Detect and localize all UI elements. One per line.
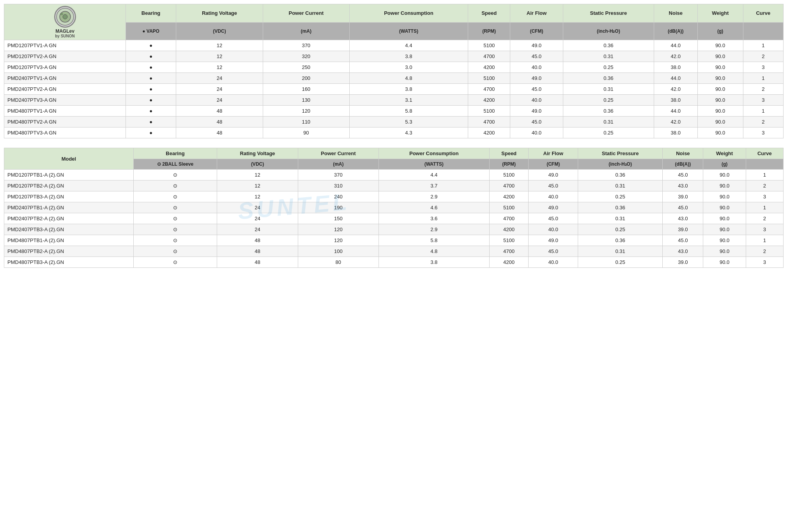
speed-cell: 5100 <box>468 73 510 84</box>
speed-cell: 4200 <box>468 62 510 73</box>
speed-cell: 5100 <box>489 170 529 180</box>
speed-cell: 5100 <box>489 235 529 246</box>
table-row: PMD4807PTB1-A (2).GN ⊙ 48 120 5.8 5100 4… <box>4 235 784 246</box>
table-row: PMD2407PTV2-A GN ● 24 160 3.8 4700 45.0 … <box>4 84 784 95</box>
model-cell: PMD4807PTV1-A GN <box>4 106 126 117</box>
model-cell: PMD1207PTB2-A (2).GN <box>4 180 134 191</box>
bearing-type2-cell: ⊙ 2BALL Sleeve <box>133 159 217 170</box>
watts-unit: (WATTS) <box>349 22 468 40</box>
weight-cell: 90.0 <box>703 180 746 191</box>
table-row: PMD2407PTB2-A (2).GN ⊙ 24 150 3.6 4700 4… <box>4 213 784 224</box>
weight-header2: Weight <box>703 148 746 159</box>
air-flow-header2: Air Flow <box>529 148 578 159</box>
current-cell: 120 <box>298 224 379 235</box>
pressure-cell: 0.31 <box>563 117 654 127</box>
bearing-cell: ⊙ <box>133 213 217 224</box>
noise-cell: 43.0 <box>663 213 703 224</box>
speed-cell: 4200 <box>468 127 510 138</box>
current-cell: 190 <box>298 202 379 213</box>
logo-outer <box>54 6 76 28</box>
bearing-cell: ● <box>126 95 176 106</box>
airflow-cell: 45.0 <box>529 246 578 257</box>
airflow-cell: 45.0 <box>529 213 578 224</box>
logo-box: MAGLev by SUNON <box>54 6 76 38</box>
noise-cell: 38.0 <box>654 95 697 106</box>
model-cell: PMD4807PTB2-A (2).GN <box>4 246 134 257</box>
pressure-cell: 0.25 <box>578 191 662 202</box>
static-pressure-header2: Static Pressure <box>578 148 662 159</box>
curve-cell: 1 <box>743 106 783 117</box>
airflow-cell: 40.0 <box>510 62 563 73</box>
current-cell: 160 <box>263 84 349 95</box>
noise-cell: 42.0 <box>654 117 697 127</box>
pressure-cell: 0.36 <box>578 202 662 213</box>
curve-cell: 1 <box>746 170 783 180</box>
voltage-cell: 12 <box>217 180 298 191</box>
current-cell: 90 <box>263 127 349 138</box>
watts-cell: 5.3 <box>349 117 468 127</box>
current-unit: (mA) <box>263 22 349 40</box>
model-cell: PMD4807PTV2-A GN <box>4 117 126 127</box>
bearing-cell: ⊙ <box>133 191 217 202</box>
model-cell: PMD2407PTV3-A GN <box>4 95 126 106</box>
bearing-cell: ⊙ <box>133 235 217 246</box>
model-header: Model <box>4 148 134 170</box>
bearing-cell: ⊙ <box>133 257 217 268</box>
curve-unit2-empty <box>746 159 783 170</box>
weight-cell: 90.0 <box>697 84 743 95</box>
pressure-cell: 0.36 <box>578 235 662 246</box>
bearing-cell: ⊙ <box>133 170 217 180</box>
watts-cell: 4.3 <box>349 127 468 138</box>
weight-cell: 90.0 <box>697 95 743 106</box>
table-section1: MAGLev by SUNON Bearing Rating Voltage P… <box>4 4 784 138</box>
cfm-unit2: (CFM) <box>529 159 578 170</box>
voltage-cell: 48 <box>176 127 263 138</box>
noise-header2: Noise <box>663 148 703 159</box>
power-consumption-header: Power Consumption <box>349 4 468 23</box>
pressure-cell: 0.36 <box>578 170 662 180</box>
pressure-cell: 0.25 <box>578 224 662 235</box>
section1-tbody: PMD1207PTV1-A GN ● 12 370 4.4 5100 49.0 … <box>4 40 784 138</box>
curve-cell: 3 <box>743 62 783 73</box>
curve-cell: 1 <box>743 73 783 84</box>
curve-cell: 1 <box>746 235 783 246</box>
curve-header2: Curve <box>746 148 783 159</box>
table-row: PMD2407PTV3-A GN ● 24 130 3.1 4200 40.0 … <box>4 95 784 106</box>
noise-cell: 38.0 <box>654 62 697 73</box>
curve-cell: 2 <box>746 246 783 257</box>
header-row2-main: Model Bearing Rating Voltage Power Curre… <box>4 148 784 159</box>
airflow-cell: 45.0 <box>510 84 563 95</box>
voltage-cell: 12 <box>217 191 298 202</box>
rating-voltage-header: Rating Voltage <box>176 4 263 23</box>
model-cell: PMD1207PTB1-A (2).GN <box>4 170 134 180</box>
table-row: PMD4807PTV3-A GN ● 48 90 4.3 4200 40.0 0… <box>4 127 784 138</box>
dba-unit: (dB(A)) <box>654 22 697 40</box>
weight-cell: 90.0 <box>697 127 743 138</box>
watts-unit2: (WATTS) <box>379 159 489 170</box>
table-row: PMD1207PTV2-A GN ● 12 320 3.8 4700 45.0 … <box>4 51 784 62</box>
table-row: PMD1207PTB2-A (2).GN ⊙ 12 310 3.7 4700 4… <box>4 180 784 191</box>
noise-cell: 42.0 <box>654 84 697 95</box>
airflow-cell: 45.0 <box>529 180 578 191</box>
airflow-cell: 49.0 <box>510 106 563 117</box>
voltage-cell: 12 <box>176 62 263 73</box>
curve-cell: 2 <box>746 213 783 224</box>
current-cell: 150 <box>298 213 379 224</box>
watts-cell: 3.0 <box>349 62 468 73</box>
voltage-cell: 48 <box>176 106 263 117</box>
cfm-unit: (CFM) <box>510 22 563 40</box>
g-unit: (g) <box>697 22 743 40</box>
bearing-cell: ● <box>126 51 176 62</box>
pressure-cell: 0.25 <box>563 127 654 138</box>
voltage-cell: 24 <box>176 84 263 95</box>
curve-cell: 3 <box>743 127 783 138</box>
watts-cell: 3.6 <box>379 213 489 224</box>
power-current-header2: Power Current <box>298 148 379 159</box>
bearing-cell: ⊙ <box>133 202 217 213</box>
inch-unit: (inch-H₂O) <box>563 22 654 40</box>
weight-cell: 90.0 <box>703 213 746 224</box>
speed-cell: 4700 <box>489 246 529 257</box>
table-row: PMD2407PTV1-A GN ● 24 200 4.8 5100 49.0 … <box>4 73 784 84</box>
voltage-cell: 24 <box>217 202 298 213</box>
speed-cell: 4700 <box>468 117 510 127</box>
